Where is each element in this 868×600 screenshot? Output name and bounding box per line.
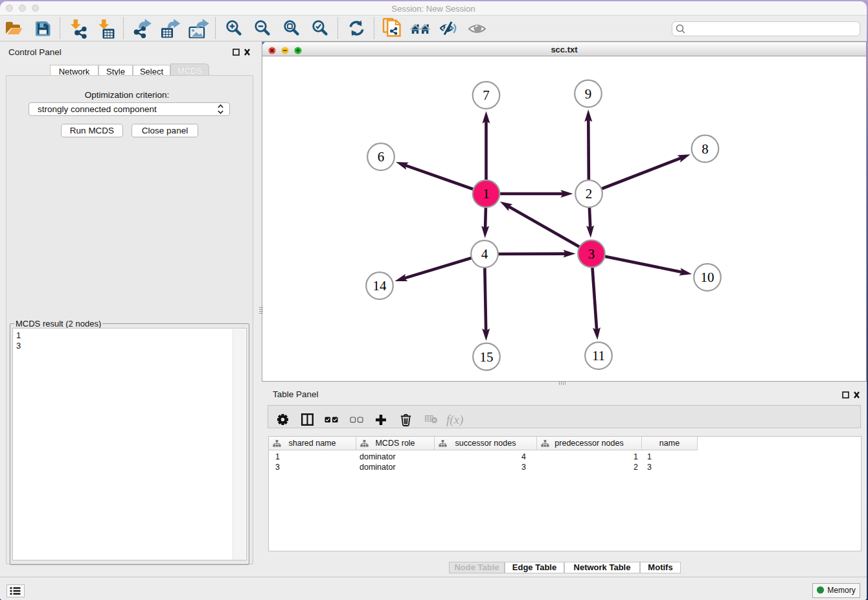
svg-text:10: 10 xyxy=(701,270,714,285)
svg-text:9: 9 xyxy=(585,86,592,102)
svg-text:1: 1 xyxy=(483,186,490,202)
svg-text:2: 2 xyxy=(586,186,593,202)
svg-text:4: 4 xyxy=(481,246,488,262)
svg-text:14: 14 xyxy=(373,278,387,294)
svg-text:8: 8 xyxy=(702,141,709,157)
svg-text:15: 15 xyxy=(480,349,494,365)
svg-text:6: 6 xyxy=(378,149,385,165)
svg-text:3: 3 xyxy=(588,246,595,262)
svg-text:11: 11 xyxy=(592,348,605,363)
svg-text:7: 7 xyxy=(483,87,490,103)
